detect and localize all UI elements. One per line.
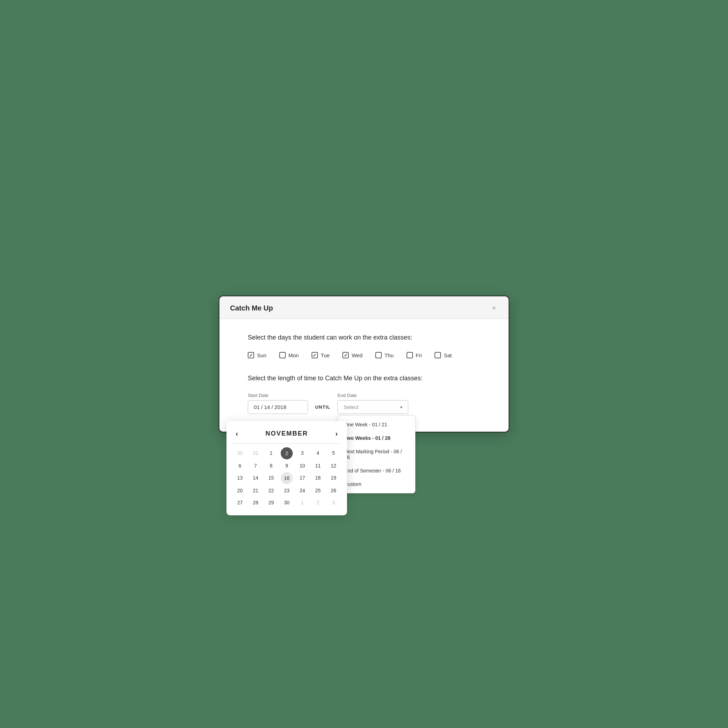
dropdown-item-end-semester[interactable]: End of Semester - 06 / 16 bbox=[338, 464, 415, 477]
calendar-day-cell[interactable]: 21 bbox=[248, 485, 263, 496]
calendar-day-cell[interactable]: 5 bbox=[326, 447, 341, 459]
calendar-day-cell[interactable]: 3 bbox=[326, 497, 341, 508]
calendar-day-cell[interactable]: 8 bbox=[263, 460, 279, 471]
calendar-day-cell[interactable]: 2 bbox=[310, 497, 326, 508]
day-item-tue[interactable]: Tue bbox=[312, 352, 330, 358]
days-row: SunMonTueWedThuFriSat bbox=[248, 352, 480, 358]
dropdown-item-two-weeks[interactable]: Two Weeks - 01 / 28 bbox=[338, 431, 415, 445]
calendar-day-cell[interactable]: 22 bbox=[263, 485, 279, 496]
section1-label: Select the days the student can work on … bbox=[248, 333, 480, 342]
start-date-input[interactable] bbox=[248, 400, 308, 414]
day-label-wed: Wed bbox=[352, 352, 362, 358]
calendar-day-cell[interactable]: 29 bbox=[263, 497, 279, 508]
modal: Catch Me Up × Select the days the studen… bbox=[219, 295, 509, 433]
day-label-sun: Sun bbox=[257, 352, 266, 358]
calendar-divider bbox=[232, 444, 341, 444]
calendar-day-cell[interactable]: 3 bbox=[295, 447, 310, 459]
calendar-day-cell[interactable]: 4 bbox=[310, 447, 326, 459]
select-placeholder: Select bbox=[343, 404, 358, 410]
calendar-day-cell[interactable]: 31 bbox=[248, 447, 263, 459]
checkbox-thu[interactable] bbox=[375, 352, 382, 358]
calendar-day-cell[interactable]: 18 bbox=[310, 472, 326, 484]
start-date-field: Start Date bbox=[248, 393, 308, 414]
calendar-day-cell[interactable]: 10 bbox=[295, 460, 310, 471]
day-item-thu[interactable]: Thu bbox=[375, 352, 394, 358]
day-item-sun[interactable]: Sun bbox=[248, 352, 266, 358]
calendar-day-cell[interactable]: 30 bbox=[232, 447, 248, 459]
day-item-wed[interactable]: Wed bbox=[343, 352, 362, 358]
date-section: Start Date UNTIL End Date Select ▾ One W… bbox=[248, 393, 480, 414]
calendar-day-cell[interactable]: 7 bbox=[248, 460, 263, 471]
dropdown-item-one-week[interactable]: One Week - 01 / 21 bbox=[338, 418, 415, 431]
calendar-day-cell[interactable]: 15 bbox=[263, 472, 279, 484]
day-label-thu: Thu bbox=[385, 352, 394, 358]
checkbox-sat[interactable] bbox=[434, 352, 441, 358]
calendar-day-cell[interactable]: 11 bbox=[310, 460, 326, 471]
calendar-day-cell[interactable]: 20 bbox=[232, 485, 248, 496]
calendar-day-cell[interactable]: 16 bbox=[281, 472, 293, 484]
day-label-mon: Mon bbox=[289, 352, 299, 358]
section2-label: Select the length of time to Catch Me Up… bbox=[248, 374, 480, 383]
modal-header: Catch Me Up × bbox=[219, 296, 509, 319]
day-label-fri: Fri bbox=[416, 352, 422, 358]
checkbox-sun[interactable] bbox=[248, 352, 254, 358]
day-label-sat: Sat bbox=[444, 352, 452, 358]
chevron-down-icon: ▾ bbox=[400, 405, 402, 410]
calendar-month: NOVEMBER bbox=[266, 430, 308, 437]
calendar-prev-button[interactable]: ‹ bbox=[232, 428, 242, 439]
calendar-day-cell[interactable]: 13 bbox=[232, 472, 248, 484]
modal-title: Catch Me Up bbox=[230, 304, 273, 312]
dropdown-menu: One Week - 01 / 21Two Weeks - 01 / 28Nex… bbox=[337, 415, 415, 493]
calendar-day-cell[interactable]: 23 bbox=[279, 485, 295, 496]
calendar-popup: ‹ NOVEMBER › 303112345678910111213141516… bbox=[226, 421, 347, 515]
end-date-label: End Date bbox=[337, 393, 408, 398]
day-item-sat[interactable]: Sat bbox=[434, 352, 452, 358]
calendar-next-button[interactable]: › bbox=[332, 428, 341, 439]
calendar-day-cell[interactable]: 14 bbox=[248, 472, 263, 484]
day-item-fri[interactable]: Fri bbox=[407, 352, 422, 358]
date-row: Start Date UNTIL End Date Select ▾ One W… bbox=[248, 393, 480, 414]
until-label: UNTIL bbox=[315, 404, 330, 414]
end-date-wrapper: End Date Select ▾ One Week - 01 / 21Two … bbox=[337, 393, 408, 414]
modal-body: Select the days the student can work on … bbox=[219, 319, 509, 432]
calendar-day-cell[interactable]: 6 bbox=[232, 460, 248, 471]
calendar-day-cell[interactable]: 24 bbox=[295, 485, 310, 496]
day-item-mon[interactable]: Mon bbox=[279, 352, 299, 358]
checkbox-fri[interactable] bbox=[407, 352, 413, 358]
checkbox-tue[interactable] bbox=[312, 352, 318, 358]
calendar-day-cell[interactable]: 12 bbox=[326, 460, 341, 471]
end-date-select[interactable]: Select ▾ bbox=[337, 400, 408, 414]
calendar-day-cell[interactable]: 19 bbox=[326, 472, 341, 484]
start-date-label: Start Date bbox=[248, 393, 308, 398]
calendar-day-cell[interactable]: 1 bbox=[295, 497, 310, 508]
dropdown-item-next-marking[interactable]: Next Marking Period - 06 / 16 bbox=[338, 445, 415, 464]
calendar-day-cell[interactable]: 2 bbox=[281, 447, 293, 459]
calendar-grid: 3031123456789101112131415161718192021222… bbox=[232, 447, 341, 508]
calendar-day-cell[interactable]: 30 bbox=[279, 497, 295, 508]
calendar-day-cell[interactable]: 1 bbox=[263, 447, 279, 459]
calendar-header: ‹ NOVEMBER › bbox=[232, 428, 341, 439]
checkbox-mon[interactable] bbox=[279, 352, 286, 358]
checkbox-wed[interactable] bbox=[343, 352, 349, 358]
calendar-day-cell[interactable]: 28 bbox=[248, 497, 263, 508]
day-label-tue: Tue bbox=[321, 352, 330, 358]
calendar-day-cell[interactable]: 25 bbox=[310, 485, 326, 496]
calendar-day-cell[interactable]: 26 bbox=[326, 485, 341, 496]
calendar-day-cell[interactable]: 17 bbox=[295, 472, 310, 484]
calendar-day-cell[interactable]: 27 bbox=[232, 497, 248, 508]
close-button[interactable]: × bbox=[490, 304, 498, 312]
calendar-day-cell[interactable]: 9 bbox=[279, 460, 295, 471]
dropdown-item-custom[interactable]: Custom bbox=[338, 477, 415, 491]
